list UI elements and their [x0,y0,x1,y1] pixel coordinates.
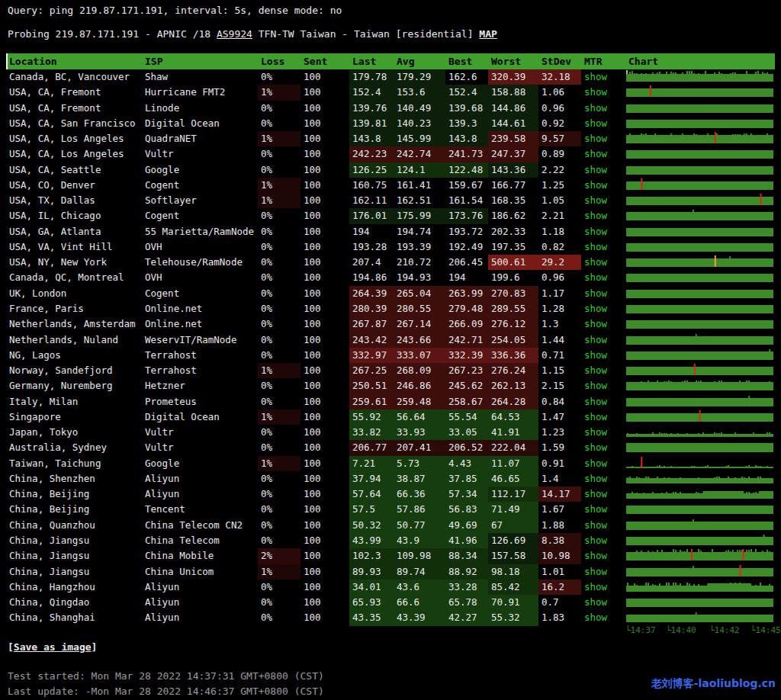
mtr-show-link[interactable]: show [584,519,607,531]
chart-cell [625,610,775,625]
sent-cell: 100 [301,85,349,100]
stdev-cell: 1.18 [538,224,581,239]
mtr-cell: show [581,456,625,471]
mtr-cell: show [581,255,625,270]
location-cell: USA, CA, Los Angeles [6,146,142,162]
mtr-cell: show [581,316,625,332]
mtr-show-link[interactable]: show [584,426,607,438]
stdev-cell: 1.59 [538,440,581,455]
loss-cell: 0% [258,162,301,178]
last-cell: 126.25 [349,162,394,178]
mtr-show-link[interactable]: show [584,581,607,592]
mtr-show-link[interactable]: show [584,148,607,159]
latency-sparkline [625,378,775,393]
map-link[interactable]: MAP [479,28,497,40]
sent-cell: 100 [301,580,349,595]
last-cell: 139.76 [349,101,394,116]
stdev-cell: 1.15 [538,363,581,378]
mtr-show-link[interactable]: show [584,210,607,221]
table-row: USA, CO, Denver Cogent 1% 100 160.75 161… [6,178,775,193]
mtr-cell: show [581,178,625,193]
loss-cell: 0% [258,316,301,332]
chart-cell [625,146,775,162]
worst-cell: 276.24 [488,363,538,378]
best-cell: 88.92 [445,564,488,580]
stdev-cell: 0.89 [538,146,581,162]
mtr-show-link[interactable]: show [584,364,607,376]
as-number-link[interactable]: AS9924 [217,28,252,40]
last-cell: 264.39 [349,286,394,301]
mtr-show-link[interactable]: show [584,411,607,422]
avg-cell: 179.29 [394,69,445,85]
table-row: Germany, Nuremberg Hetzner 0% 100 250.51… [6,378,775,393]
mtr-show-link[interactable]: show [584,503,607,515]
mtr-show-link[interactable]: show [584,226,607,237]
mtr-show-link[interactable]: show [584,442,607,453]
mtr-show-link[interactable]: show [584,271,607,283]
mtr-show-link[interactable]: show [584,535,607,546]
best-cell: 206.45 [445,255,488,270]
mtr-show-link[interactable]: show [584,349,607,361]
table-row: USA, CA, Los Angeles QuadraNET 1% 100 14… [6,131,775,146]
best-cell: 42.27 [445,610,488,625]
mtr-show-link[interactable]: show [584,86,607,98]
mtr-show-link[interactable]: show [584,566,607,577]
mtr-show-link[interactable]: show [584,318,607,329]
mtr-show-link[interactable]: show [584,256,607,268]
mtr-show-link[interactable]: show [584,287,607,299]
mtr-show-link[interactable]: show [584,612,607,623]
save-as-image-link[interactable]: Save as image [14,641,92,653]
mtr-cell: show [581,85,625,100]
sent-cell: 100 [301,502,349,517]
mtr-show-link[interactable]: show [584,303,607,314]
sent-cell: 100 [301,208,349,223]
mtr-show-link[interactable]: show [584,473,607,484]
col-header-last: Last [349,53,394,69]
table-row: Italy, Milan Prometeus 0% 100 259.61 259… [6,394,775,409]
latency-sparkline [625,101,775,116]
loss-cell: 0% [258,394,301,409]
worst-cell: 276.12 [488,316,538,332]
mtr-show-link[interactable]: show [584,596,607,608]
mtr-show-link[interactable]: show [584,194,607,206]
mtr-show-link[interactable]: show [584,241,607,252]
loss-cell: 1% [258,564,301,580]
stdev-cell: 1.06 [538,85,581,100]
isp-cell: Cogent [142,208,258,223]
mtr-show-link[interactable]: show [584,396,607,407]
mtr-cell: show [581,131,625,146]
stdev-cell: 1.88 [538,518,581,533]
loss-cell: 0% [258,471,301,486]
location-cell: China, Jiangsu [6,548,142,564]
sent-cell: 100 [301,224,349,239]
mtr-show-link[interactable]: show [584,488,607,499]
mtr-show-link[interactable]: show [584,117,607,129]
mtr-show-link[interactable]: show [584,334,607,345]
mtr-show-link[interactable]: show [584,164,607,175]
sent-cell: 100 [301,471,349,486]
chart-cell [625,471,775,486]
latency-sparkline [625,332,775,348]
isp-cell: Hurricane FMT2 [142,85,258,100]
mtr-show-link[interactable]: show [584,550,607,561]
best-cell: 139.68 [445,101,488,116]
query-line: Query: ping 219.87.171.191, interval: 5s… [8,5,342,16]
last-cell: 7.21 [349,456,394,471]
stdev-cell: 0.92 [538,116,581,131]
chart-cell [625,270,775,285]
mtr-show-link[interactable]: show [584,71,607,82]
mtr-show-link[interactable]: show [584,380,607,391]
best-cell: 245.62 [445,378,488,393]
sent-cell: 100 [301,178,349,193]
stdev-cell: 1.44 [538,332,581,348]
mtr-show-link[interactable]: show [584,133,607,144]
chart-cell [625,131,775,146]
mtr-show-link[interactable]: show [584,179,607,191]
stdev-cell: 0.71 [538,348,581,363]
mtr-show-link[interactable]: show [584,458,607,469]
mtr-show-link[interactable]: show [584,102,607,114]
isp-cell: Vultr [142,425,258,440]
stdev-cell: 1.83 [538,610,581,625]
best-cell: 279.48 [445,301,488,316]
worst-cell: 289.55 [488,301,538,316]
